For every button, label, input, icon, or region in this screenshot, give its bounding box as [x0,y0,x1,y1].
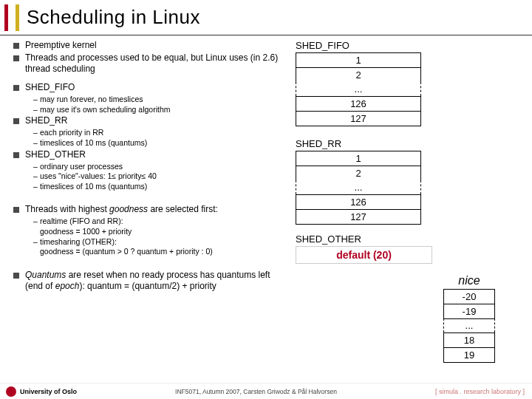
course-info: INF5071, Autumn 2007, Carsten Griwodz & … [77,388,435,395]
bullet-icon [13,55,19,61]
fifo-row: 126 [296,96,421,111]
fifo-dots: ... [296,82,421,96]
simula-label: [ simula . research laboratory ] [435,388,532,395]
accent-red [4,4,8,31]
university-name: University of Oslo [20,388,77,395]
content-area: Preemptive kernel Threads and processes … [0,35,532,383]
bullet-2: Threads and processes used to be equal, … [25,52,287,75]
accent-yellow [16,4,19,31]
rr-row: 1 [296,151,421,166]
nice-row: 19 [443,347,495,363]
sub-5-2: uses "nice"-values: 1≤ priority≤ 40 [40,171,157,182]
bullet-7: Quantums are reset when no ready process… [25,270,287,292]
bullet-4: SHED_RR [25,115,67,126]
nice-row: 18 [443,332,495,348]
sub-5-3: timeslices of 10 ms (quantums) [40,182,147,192]
slide-title: Scheduling in Linux [27,6,200,29]
bullet-list: Preemptive kernel Threads and processes … [13,40,287,293]
bullet-3: SHED_FIFO [25,82,75,93]
other-label: SHED_OTHER [296,233,432,245]
title-bar: Scheduling in Linux [0,0,532,35]
rr-box: 1 2 ... 126 127 [296,151,421,225]
bullet-icon [13,118,19,124]
other-default: default (20) [296,246,432,264]
sub-4-1: each priority in RR [40,128,103,138]
sub-3-2: may use it's own scheduling algorithm [40,105,171,115]
rr-row: 127 [296,209,421,225]
university-logo-icon [6,386,16,397]
nice-title: nice [443,274,495,287]
nice-column: nice -20 -19 ... 18 19 [443,274,495,362]
rr-row: 2 [296,166,421,180]
bullet-icon [13,152,19,158]
bullet-1: Preemptive kernel [25,40,97,51]
bullet-5: SHED_OTHER [25,149,86,160]
fifo-box: 1 2 ... 126 127 [296,52,421,126]
priority-diagram: SHED_FIFO 1 2 ... 126 127 SHED_RR 1 2 ..… [296,40,432,264]
rr-row: 126 [296,194,421,209]
bullet-icon [13,207,19,213]
nice-row: -20 [443,289,495,304]
nice-row: -19 [443,304,495,319]
fifo-row: 1 [296,52,421,67]
sub-3-1: may run forever, no timeslices [40,95,143,105]
rr-label: SHED_RR [296,138,432,149]
bullet-icon [13,273,19,279]
sub-6-2: timesharing (OTHER):goodness = (quantum … [40,237,213,257]
fifo-row: 2 [296,67,421,82]
bullet-6: Threads with highest goodness are select… [25,204,218,215]
nice-dots: ... [443,318,495,332]
footer: University of Oslo INF5071, Autumn 2007,… [0,383,532,399]
sub-4-2: timeslices of 10 ms (quantums) [40,138,147,149]
rr-dots: ... [296,180,421,194]
bullet-icon [13,43,19,49]
sub-5-1: ordinary user processes [40,162,123,172]
fifo-row: 127 [296,111,421,126]
fifo-label: SHED_FIFO [296,40,432,51]
sub-6-1: realtime (FIFO and RR):goodness = 1000 +… [40,216,132,236]
bullet-icon [13,85,19,91]
